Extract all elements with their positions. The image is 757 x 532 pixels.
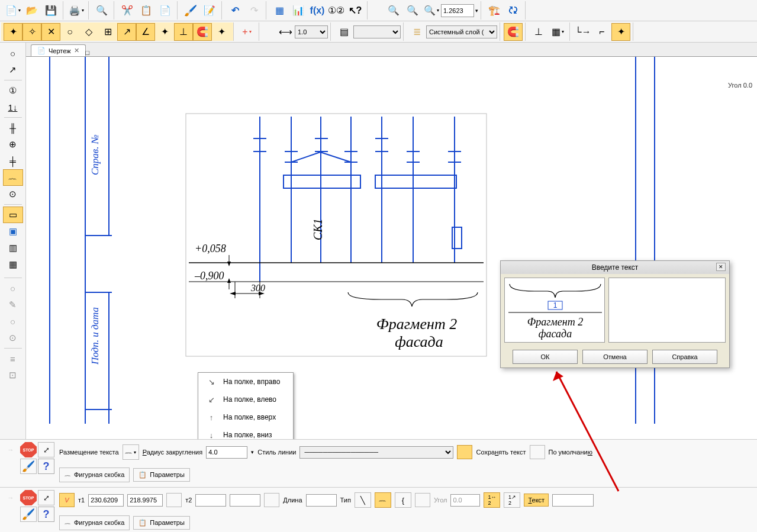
snap-quadrant-button[interactable]: ◇ bbox=[79, 23, 98, 41]
detail-icon[interactable]: ⊙ bbox=[3, 186, 23, 202]
refresh-button[interactable]: 🗘 bbox=[504, 2, 523, 20]
dim4-icon[interactable]: ⊙ bbox=[3, 330, 23, 346]
dialog-textarea[interactable] bbox=[608, 278, 726, 343]
paste-button[interactable]: 📄 bbox=[156, 2, 175, 20]
snap-perpendicular-button[interactable]: ⊥ bbox=[174, 23, 193, 41]
angle-input[interactable] bbox=[450, 494, 480, 507]
snap-intersection-button[interactable]: ✕ bbox=[41, 23, 60, 41]
layer-select[interactable]: Системный слой ( bbox=[426, 25, 497, 38]
length-check[interactable] bbox=[264, 493, 279, 507]
numbering-button[interactable]: ①② bbox=[327, 2, 346, 20]
default-check[interactable] bbox=[530, 445, 545, 459]
style-select[interactable] bbox=[353, 25, 401, 38]
dialog-titlebar[interactable]: Введите текст ✕ bbox=[501, 261, 729, 274]
dim1-icon[interactable]: ○ bbox=[3, 280, 23, 296]
brush-button-1[interactable]: 🖌️ bbox=[20, 459, 37, 474]
marker-circle-icon[interactable]: ① bbox=[3, 82, 23, 99]
zoom-in-button[interactable]: 🔍 bbox=[384, 2, 403, 20]
ortho-button[interactable]: ⊥ bbox=[529, 23, 548, 41]
structure-button[interactable]: 🏗️ bbox=[485, 2, 504, 20]
expand-button-1[interactable]: ⤢ bbox=[38, 442, 54, 457]
maximize-button[interactable]: □ bbox=[86, 49, 90, 56]
tab-params-2[interactable]: 📋Параметры bbox=[133, 516, 190, 530]
type2-button[interactable]: ︷ bbox=[375, 492, 391, 508]
fx-button[interactable]: f(x) bbox=[308, 2, 327, 20]
geom-circle-icon[interactable]: ○ bbox=[3, 45, 23, 62]
snap-disable-button[interactable]: ✦ bbox=[212, 23, 231, 41]
snap-midpoint-button[interactable]: ✧ bbox=[22, 23, 41, 41]
stop-button-1[interactable]: STOP bbox=[20, 442, 37, 457]
snap-point-button[interactable]: + bbox=[237, 23, 256, 41]
tab-close-icon[interactable]: ✕ bbox=[74, 47, 79, 54]
t1x-input[interactable] bbox=[88, 494, 124, 507]
t1-check[interactable]: V bbox=[59, 493, 75, 507]
undo-button[interactable]: ↶ bbox=[226, 2, 244, 20]
zoom-input[interactable] bbox=[441, 4, 474, 17]
redo-button[interactable]: ↷ bbox=[244, 2, 263, 20]
break-icon[interactable]: ⊕ bbox=[3, 136, 23, 153]
zoom-scale-button[interactable]: 🔍 bbox=[422, 2, 441, 20]
tab-params-1[interactable]: 📋Параметры bbox=[133, 468, 190, 482]
line-icon[interactable]: ╪ bbox=[3, 153, 23, 169]
snap-tangent-button[interactable]: ↗ bbox=[117, 23, 136, 41]
help-button-1[interactable]: ? bbox=[38, 459, 54, 474]
type1-button[interactable]: ╲ bbox=[355, 492, 371, 508]
print-button[interactable]: 🖨️ bbox=[67, 2, 86, 20]
doc-tab[interactable]: 📄 Чертеж ✕ bbox=[31, 44, 86, 56]
hatch-button[interactable]: ▤ bbox=[334, 23, 353, 41]
popup-item-up[interactable]: ↑На полке, вверх bbox=[198, 408, 293, 426]
view4-icon[interactable]: ▦ bbox=[3, 256, 23, 273]
help-button-2[interactable]: ? bbox=[38, 507, 54, 522]
snap-center-button[interactable]: ○ bbox=[60, 23, 79, 41]
ratio12-button[interactable]: 1↔2 bbox=[484, 492, 500, 508]
layers-button[interactable]: ≣ bbox=[407, 23, 426, 41]
stop-button-2[interactable]: STOP bbox=[20, 490, 37, 505]
t1y-input[interactable] bbox=[127, 494, 163, 507]
snap-endpoint-button[interactable]: ✦ bbox=[4, 23, 22, 41]
dim2-icon[interactable]: ✎ bbox=[3, 296, 23, 313]
step-button[interactable]: ⌐ bbox=[592, 23, 611, 41]
save-button[interactable]: 💾 bbox=[41, 2, 60, 20]
preview-button[interactable]: 🔍 bbox=[92, 2, 111, 20]
zoom-fit-button[interactable]: 🔍 bbox=[403, 2, 422, 20]
library-button[interactable]: ▦ bbox=[270, 2, 289, 20]
open-button[interactable]: 📂 bbox=[22, 2, 41, 20]
popup-item-right[interactable]: ↘На полке, вправо bbox=[198, 373, 293, 391]
variables-button[interactable]: 📊 bbox=[289, 2, 308, 20]
t2x-input[interactable] bbox=[195, 494, 226, 507]
tab-brace-1[interactable]: ︷Фигурная скобка bbox=[59, 467, 130, 482]
view2-icon[interactable]: ▣ bbox=[3, 223, 23, 240]
dialog-ok-button[interactable]: ОК bbox=[513, 350, 578, 364]
snap-angle-button[interactable]: ∠ bbox=[136, 23, 155, 41]
length-input[interactable] bbox=[306, 494, 337, 507]
marker-arrow-icon[interactable]: 1↓ bbox=[3, 99, 23, 115]
new-button[interactable]: 📄 bbox=[4, 2, 22, 20]
grid-button[interactable]: ▦ bbox=[548, 23, 567, 41]
dialog-help-button[interactable]: Справка bbox=[652, 350, 717, 364]
type3-button[interactable]: { bbox=[395, 492, 411, 508]
magnet2-button[interactable]: 🧲 bbox=[504, 23, 523, 41]
brace-icon[interactable]: ︷ bbox=[3, 169, 23, 186]
properties-button[interactable]: 📝 bbox=[200, 2, 219, 20]
snap-grid-button[interactable]: ⊞ bbox=[98, 23, 117, 41]
drawing-canvas[interactable]: Угол 0.0 Справ. № Подп. и дата bbox=[26, 57, 757, 439]
popup-item-down[interactable]: ↓На полке, вниз bbox=[198, 426, 293, 439]
snap-magnet-button[interactable]: 🧲 bbox=[193, 23, 212, 41]
geom-arrow-icon[interactable]: ↗ bbox=[3, 62, 23, 78]
dialog-close-icon[interactable]: ✕ bbox=[716, 263, 726, 271]
expand-button-2[interactable]: ⤢ bbox=[38, 490, 54, 505]
dim5-icon[interactable]: ≡ bbox=[3, 350, 23, 367]
brush-button-2[interactable]: 🖌️ bbox=[20, 507, 37, 522]
dim6-icon[interactable]: ⊡ bbox=[3, 367, 23, 383]
format-button[interactable]: 🖌️ bbox=[181, 2, 200, 20]
snap-nearest-button[interactable]: ✦ bbox=[155, 23, 174, 41]
copy-button[interactable]: 📋 bbox=[137, 2, 156, 20]
line-style-select[interactable]: ──────────────── bbox=[299, 446, 453, 459]
cursor-help-button[interactable]: ↖? bbox=[346, 2, 365, 20]
view3-icon[interactable]: ▥ bbox=[3, 240, 23, 256]
track-button[interactable]: ✦ bbox=[611, 23, 630, 41]
tab-brace-2[interactable]: ︷Фигурная скобка bbox=[59, 515, 130, 530]
view-icon[interactable]: ▭ bbox=[3, 207, 23, 223]
radius-input[interactable] bbox=[206, 446, 247, 459]
cut-button[interactable]: ✂️ bbox=[118, 2, 137, 20]
